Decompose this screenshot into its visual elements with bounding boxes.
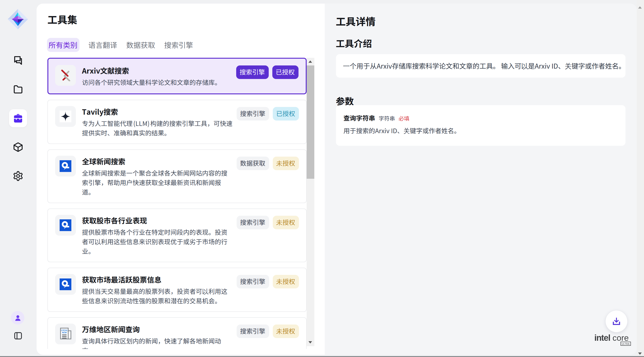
svg-text:NEW: NEW [62,331,67,334]
